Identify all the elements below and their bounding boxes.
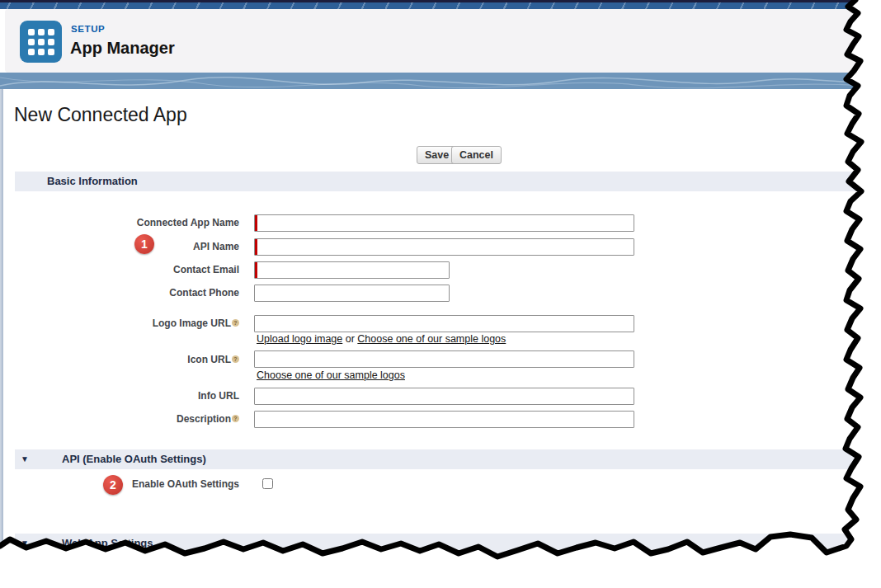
- page-header-title: App Manager: [70, 39, 175, 58]
- setup-eyebrow: SETUP: [71, 24, 105, 34]
- setup-header-card: SETUP App Manager: [5, 9, 858, 73]
- icon-sample-link[interactable]: Choose one of our sample logos: [257, 369, 405, 381]
- page-title: New Connected App: [14, 104, 187, 126]
- required-marker-contact-email: [255, 262, 257, 278]
- collapse-triangle-icon[interactable]: ▼: [21, 449, 29, 469]
- input-contact-phone[interactable]: [254, 285, 450, 302]
- logo-links-line: Upload logo image or Choose one of our s…: [257, 333, 506, 345]
- enable-oauth-checkbox[interactable]: [262, 478, 273, 489]
- screenshot-root: SETUP App Manager New Connected App Save…: [0, 0, 881, 588]
- annotation-step-2: 2: [103, 475, 123, 495]
- annotation-step-1: 1: [134, 234, 154, 254]
- icon-links-line: Choose one of our sample logos: [257, 369, 405, 381]
- help-icon[interactable]: ?: [232, 319, 239, 327]
- top-strip-pattern: [0, 2, 881, 9]
- label-contact-phone: Contact Phone: [0, 287, 239, 299]
- input-logo-image-url[interactable]: [254, 315, 634, 332]
- required-marker-api-name: [255, 239, 257, 255]
- label-contact-email: Contact Email: [0, 264, 239, 275]
- input-contact-email[interactable]: [254, 261, 450, 279]
- browser-top-strip: [0, 0, 881, 9]
- label-description: Description?: [0, 413, 239, 425]
- label-info-url: Info URL: [0, 390, 239, 402]
- app-grid-icon: [28, 29, 54, 55]
- section-webapp-title: Web App Settings: [62, 534, 153, 553]
- section-basic-title: Basic Information: [47, 172, 138, 191]
- section-basic-information: Basic Information: [15, 172, 860, 191]
- or-separator: or: [346, 333, 355, 345]
- help-icon[interactable]: ?: [232, 415, 239, 422]
- logo-sample-link[interactable]: Choose one of our sample logos: [357, 333, 506, 345]
- upload-logo-link[interactable]: Upload logo image: [257, 333, 342, 345]
- input-api-name[interactable]: [254, 238, 634, 256]
- collapse-triangle-icon[interactable]: ▼: [21, 534, 29, 553]
- input-description[interactable]: [254, 411, 634, 428]
- section-oauth-title: API (Enable OAuth Settings): [62, 449, 206, 469]
- input-info-url[interactable]: [254, 388, 634, 405]
- section-webapp: ▼ Web App Settings: [15, 534, 860, 553]
- required-marker-connected-app-name: [255, 215, 257, 231]
- app-manager-icon: [20, 21, 62, 63]
- label-connected-app-name: Connected App Name: [0, 217, 239, 228]
- section-oauth: ▼ API (Enable OAuth Settings): [15, 449, 860, 469]
- band-swirl-pattern: [0, 73, 881, 89]
- label-logo-image-url: Logo Image URL?: [0, 318, 239, 329]
- input-connected-app-name[interactable]: [254, 214, 634, 232]
- cancel-button[interactable]: Cancel: [451, 146, 502, 164]
- help-icon[interactable]: ?: [232, 355, 239, 363]
- label-icon-url: Icon URL?: [0, 354, 239, 365]
- label-api-name: API Name: [0, 241, 239, 252]
- input-icon-url[interactable]: [254, 350, 634, 368]
- header-divider-band: [0, 73, 881, 89]
